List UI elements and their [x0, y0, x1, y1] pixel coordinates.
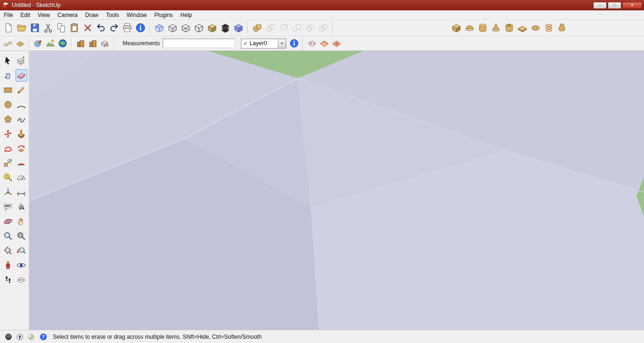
shaded-icon[interactable]	[206, 21, 219, 34]
previous-icon[interactable]	[16, 245, 28, 257]
section-plane-tool-icon[interactable]: R-S	[306, 37, 318, 49]
union-icon[interactable]	[277, 21, 290, 34]
display-section-cuts-icon[interactable]	[330, 37, 343, 49]
3d-text-icon[interactable]: AA	[16, 201, 28, 213]
menu-help[interactable]: Help	[177, 11, 196, 19]
delete-icon[interactable]	[81, 21, 94, 34]
measurements-input[interactable]	[163, 39, 235, 48]
menu-camera[interactable]: Camera	[54, 11, 82, 19]
follow-me-icon[interactable]	[16, 142, 28, 155]
zoom-extents-icon[interactable]	[2, 245, 14, 257]
menu-window[interactable]: Window	[123, 11, 151, 19]
axes-icon[interactable]	[2, 186, 14, 198]
zoom-icon[interactable]	[2, 230, 14, 242]
redo-icon[interactable]	[107, 21, 121, 34]
save-icon[interactable]	[28, 21, 41, 34]
hidden-line-icon[interactable]	[192, 21, 206, 34]
push-pull-icon[interactable]	[16, 128, 28, 140]
shape-pitcher-icon[interactable]	[555, 21, 569, 34]
dimension-icon[interactable]	[16, 186, 28, 198]
outer-shell-icon[interactable]	[251, 21, 264, 34]
offset-icon[interactable]	[16, 157, 28, 169]
status-globe-icon[interactable]	[3, 331, 14, 343]
layer-manager-icon[interactable]	[288, 37, 300, 49]
share-models-icon[interactable]	[87, 37, 99, 49]
new-file-icon[interactable]	[2, 21, 15, 34]
position-camera-icon[interactable]	[2, 259, 14, 271]
shape-tube-icon[interactable]	[503, 21, 516, 34]
look-around-icon[interactable]	[16, 259, 28, 271]
circle-icon[interactable]	[2, 98, 14, 111]
print-icon[interactable]	[121, 21, 134, 34]
get-models-icon[interactable]	[74, 37, 87, 49]
title-bar[interactable]: Untitled - SketchUp – □ ×	[0, 0, 644, 10]
scale-icon[interactable]	[2, 157, 14, 169]
subtract-icon[interactable]	[290, 21, 304, 34]
trim-icon[interactable]	[304, 21, 317, 34]
xray-icon[interactable]	[153, 21, 166, 34]
intersect-icon[interactable]	[264, 21, 277, 34]
shape-cone-icon[interactable]	[489, 21, 503, 34]
maximize-button[interactable]: □	[608, 2, 621, 9]
layer-visibility-check[interactable]: ✓	[241, 41, 249, 47]
pan-icon[interactable]	[16, 215, 28, 228]
close-button[interactable]: ×	[622, 2, 642, 9]
cut-icon[interactable]	[41, 21, 55, 34]
back-edges-icon[interactable]	[166, 21, 179, 34]
help-icon[interactable]: ?	[38, 331, 49, 343]
toggle-terrain-icon[interactable]	[44, 37, 57, 49]
status-swirl-icon[interactable]	[25, 331, 37, 343]
rectangle-icon[interactable]	[2, 84, 14, 96]
add-location-icon[interactable]	[32, 37, 44, 49]
orbit-icon[interactable]	[2, 215, 14, 228]
make-component-icon[interactable]	[16, 55, 28, 67]
model-viewport[interactable]	[29, 51, 644, 330]
drawing-canvas[interactable]	[29, 51, 644, 330]
model-info-icon[interactable]	[134, 21, 147, 34]
protractor-icon[interactable]	[16, 172, 28, 184]
menu-draw[interactable]: Draw	[82, 11, 102, 19]
status-upload-icon[interactable]	[14, 331, 25, 343]
minimize-button[interactable]: –	[593, 2, 607, 9]
monochrome-icon[interactable]	[232, 21, 245, 34]
shape-dome-icon[interactable]	[463, 21, 476, 34]
line-icon[interactable]	[16, 84, 28, 96]
freehand-icon[interactable]	[16, 113, 28, 125]
tape-measure-icon[interactable]	[2, 172, 14, 184]
eraser-icon[interactable]	[16, 69, 28, 82]
open-icon[interactable]	[15, 21, 28, 34]
menu-tools[interactable]: Tools	[102, 11, 123, 19]
shape-helix-icon[interactable]	[542, 21, 555, 34]
share-component-icon[interactable]	[99, 37, 111, 49]
rotate-icon[interactable]	[2, 142, 14, 155]
shape-cylinder-icon[interactable]	[476, 21, 489, 34]
paste-icon[interactable]	[68, 21, 81, 34]
copy-icon[interactable]	[55, 21, 68, 34]
select-icon[interactable]	[2, 55, 14, 67]
sandbox-from-scratch-icon[interactable]	[14, 37, 26, 49]
walk-icon[interactable]	[2, 274, 14, 286]
zoom-window-icon[interactable]	[16, 230, 28, 242]
shape-torus-icon[interactable]	[529, 21, 542, 34]
display-section-planes-icon[interactable]	[318, 37, 330, 49]
google-earth-icon[interactable]	[57, 37, 69, 49]
layer-dropdown[interactable]: ✓ Layer0	[241, 39, 286, 49]
shape-prism-icon[interactable]	[516, 21, 529, 34]
menu-view[interactable]: View	[34, 11, 54, 19]
section-plane-icon[interactable]: R-S	[16, 274, 28, 286]
paint-bucket-icon[interactable]	[2, 69, 14, 82]
shape-box-icon[interactable]	[450, 21, 463, 34]
menu-file[interactable]: File	[0, 11, 17, 19]
layer-dropdown-arrow-icon[interactable]	[278, 39, 286, 48]
undo-icon[interactable]	[94, 21, 107, 34]
menu-edit[interactable]: Edit	[17, 11, 34, 19]
sandbox-from-contours-icon[interactable]	[2, 37, 14, 49]
shaded-textures-icon[interactable]	[219, 21, 232, 34]
text-icon[interactable]: ABC	[2, 201, 14, 213]
move-icon[interactable]	[2, 128, 14, 140]
arc-icon[interactable]	[16, 98, 28, 111]
split-icon[interactable]	[317, 21, 330, 34]
polygon-icon[interactable]	[2, 113, 14, 125]
menu-plugins[interactable]: Plugins	[150, 11, 176, 19]
wireframe-icon[interactable]	[179, 21, 192, 34]
